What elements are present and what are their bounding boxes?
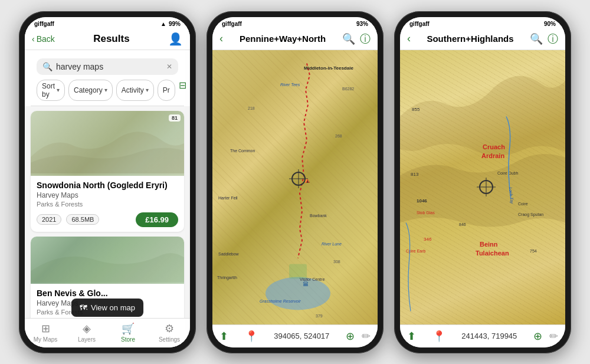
svg-text:🏛: 🏛 bbox=[303, 280, 309, 287]
store-icon: 🛒 bbox=[122, 322, 135, 335]
view-on-map-tooltip[interactable]: 🗺 View on map bbox=[71, 299, 143, 317]
svg-text:The Common: The Common bbox=[230, 148, 255, 152]
info-button-3[interactable]: ⓘ bbox=[548, 32, 558, 46]
filter-icon[interactable]: ⊟ bbox=[179, 80, 186, 101]
snowdonia-brand: Harvey Maps bbox=[37, 191, 178, 199]
snowdonia-title: Snowdonia North (Gogledd Eryri) bbox=[37, 181, 178, 190]
svg-text:Cpire Earb: Cpire Earb bbox=[406, 248, 426, 253]
settings-icon: ⚙ bbox=[165, 322, 174, 335]
profile-icon[interactable]: 👤 bbox=[168, 32, 183, 46]
highlands-map-canvas: 855 813 1046 346 Stob Glas Cpire Earb 84… bbox=[400, 50, 565, 324]
svg-text:Visitor Centre: Visitor Centre bbox=[300, 277, 324, 281]
tab-my-maps[interactable]: ⊞ My Maps bbox=[25, 322, 66, 343]
battery-1: 99% bbox=[169, 21, 181, 27]
map-bottom-bar-2: ⬆ 📍 394065, 524017 ⊕ ✏ bbox=[212, 324, 378, 347]
status-bar-2: giffgaff 93% bbox=[212, 17, 378, 28]
map-crosshair-2 bbox=[291, 172, 306, 186]
search-icon: 🔍 bbox=[42, 62, 53, 71]
highlands-map-view[interactable]: 855 813 1046 346 Stob Glas Cpire Earb 84… bbox=[400, 50, 565, 324]
phone-pennine-way: giffgaff 93% ‹ Pennine+Way+North 🔍 ⓘ bbox=[206, 11, 384, 353]
svg-text:Thringartth: Thringartth bbox=[217, 275, 237, 280]
svg-point-0 bbox=[266, 277, 330, 310]
svg-text:1046: 1046 bbox=[417, 198, 427, 203]
svg-text:B6282: B6282 bbox=[342, 86, 354, 90]
search-button-3[interactable]: 🔍 bbox=[530, 32, 543, 45]
pin-icon-3[interactable]: 📍 bbox=[432, 330, 445, 343]
svg-text:Coire: Coire bbox=[518, 201, 528, 205]
activity-filter-chip[interactable]: Activity ▾ bbox=[116, 80, 154, 101]
sort-filter-chip[interactable]: Sort by ▾ bbox=[37, 80, 65, 101]
layers-btn-2[interactable]: ⊕ bbox=[346, 330, 355, 343]
price-button[interactable]: £16.99 bbox=[136, 212, 178, 227]
svg-text:Loch Tay: Loch Tay bbox=[508, 186, 514, 204]
svg-text:Ardrain: Ardrain bbox=[481, 152, 504, 159]
clear-icon[interactable]: ✕ bbox=[166, 63, 172, 71]
back-button[interactable]: ‹ Back bbox=[32, 34, 55, 44]
category-filter-chip[interactable]: Category ▾ bbox=[68, 80, 113, 101]
svg-text:Tulaichean: Tulaichean bbox=[476, 249, 509, 256]
svg-text:754: 754 bbox=[530, 248, 537, 252]
svg-text:855: 855 bbox=[412, 106, 420, 112]
svg-text:Cruach: Cruach bbox=[483, 143, 505, 150]
map-nav-bar-3: ‹ Southern+Highlands 🔍 ⓘ bbox=[400, 28, 565, 50]
svg-text:813: 813 bbox=[411, 171, 419, 176]
tab-bar: ⊞ My Maps ◈ Layers 🛒 Store ⚙ Settings bbox=[25, 318, 190, 347]
svg-text:379: 379 bbox=[316, 313, 323, 317]
map-crosshair-3 bbox=[479, 180, 493, 194]
chevron-down-icon-act: ▾ bbox=[146, 87, 149, 93]
tab-layers[interactable]: ◈ Layers bbox=[66, 322, 107, 343]
svg-text:346: 346 bbox=[424, 236, 432, 241]
layers-btn-3[interactable]: ⊕ bbox=[533, 330, 542, 343]
info-button-2[interactable]: ⓘ bbox=[360, 32, 371, 46]
tab-store[interactable]: 🛒 Store bbox=[107, 322, 149, 343]
map-icon: 🗺 bbox=[80, 303, 87, 312]
search-bar[interactable]: 🔍 harvey maps ✕ bbox=[37, 58, 178, 75]
svg-text:Harter Fell: Harter Fell bbox=[218, 195, 238, 199]
carrier-1: giffgaff bbox=[34, 21, 54, 27]
svg-text:Coire Dubh: Coire Dubh bbox=[497, 170, 519, 175]
my-maps-icon: ⊞ bbox=[41, 322, 50, 335]
navigation-icon-2[interactable]: ⬆ bbox=[219, 330, 228, 343]
year-tag: 2021 bbox=[37, 214, 61, 225]
filter-row: Sort by ▾ Category ▾ Activity ▾ Pr ⊟ bbox=[31, 80, 184, 106]
battery-2: 93% bbox=[356, 21, 368, 27]
phone-search-results: giffgaff ▲ 99% ‹ Back Results 👤 🔍 harv bbox=[19, 11, 196, 353]
tab-settings[interactable]: ⚙ Settings bbox=[149, 322, 190, 343]
edit-btn-2[interactable]: ✏ bbox=[362, 330, 371, 343]
pennine-map-view[interactable]: Middleton-in-Teesdale The Common Harter … bbox=[212, 50, 378, 324]
coordinates-3: 241443, 719945 bbox=[461, 332, 517, 340]
search-input[interactable]: harvey maps bbox=[56, 62, 163, 71]
pin-icon-2[interactable]: 📍 bbox=[245, 330, 258, 343]
svg-text:Grassholme Reservoir: Grassholme Reservoir bbox=[260, 299, 301, 303]
map-title-2: Pennine+Way+North bbox=[223, 34, 342, 44]
layers-icon: ◈ bbox=[83, 322, 91, 335]
nav-bar-1: ‹ Back Results 👤 bbox=[25, 28, 190, 50]
phone-southern-highlands: giffgaff 90% ‹ Southern+Highlands 🔍 ⓘ bbox=[394, 11, 571, 353]
map-bottom-bar-3: ⬆ 📍 241443, 719945 ⊕ ✏ bbox=[400, 324, 565, 347]
carrier-2: giffgaff bbox=[222, 21, 242, 27]
navigation-icon-3[interactable]: ⬆ bbox=[407, 330, 416, 343]
ben-nevis-map-thumbnail bbox=[31, 237, 184, 284]
price-filter-chip[interactable]: Pr bbox=[158, 80, 175, 101]
svg-text:Craog Sputan: Craog Sputan bbox=[518, 212, 543, 217]
map-controls-2: ⊕ ✏ bbox=[346, 330, 371, 343]
svg-text:Middleton-in-Teesdale: Middleton-in-Teesdale bbox=[304, 65, 353, 70]
svg-text:River Lune: River Lune bbox=[322, 241, 342, 245]
map-nav-bar-2: ‹ Pennine+Way+North 🔍 ⓘ bbox=[212, 28, 378, 50]
carrier-3: giffgaff bbox=[409, 21, 430, 27]
wifi-icon-1: ▲ bbox=[160, 21, 166, 27]
results-list[interactable]: 81 Snowdonia North (Gogledd Eryri) Harve… bbox=[25, 106, 190, 318]
svg-text:Stob Glas: Stob Glas bbox=[417, 210, 435, 214]
edit-btn-3[interactable]: ✏ bbox=[549, 330, 558, 343]
result-card-ben-nevis[interactable]: Ben Nevis & Glo... Harvey Maps Parks & F… bbox=[31, 237, 184, 318]
snowdonia-map-thumbnail: 81 bbox=[31, 111, 184, 176]
svg-rect-1 bbox=[289, 264, 307, 278]
search-button-2[interactable]: 🔍 bbox=[342, 32, 355, 45]
svg-text:Saddlebow: Saddlebow bbox=[218, 251, 240, 255]
svg-text:846: 846 bbox=[459, 222, 466, 226]
chevron-down-icon-cat: ▾ bbox=[104, 87, 107, 93]
svg-text:Bowbank: Bowbank bbox=[310, 213, 327, 217]
coordinates-2: 394065, 524017 bbox=[274, 332, 329, 340]
result-card-snowdonia[interactable]: 81 Snowdonia North (Gogledd Eryri) Harve… bbox=[31, 111, 184, 232]
chevron-left-icon: ‹ bbox=[32, 34, 35, 44]
